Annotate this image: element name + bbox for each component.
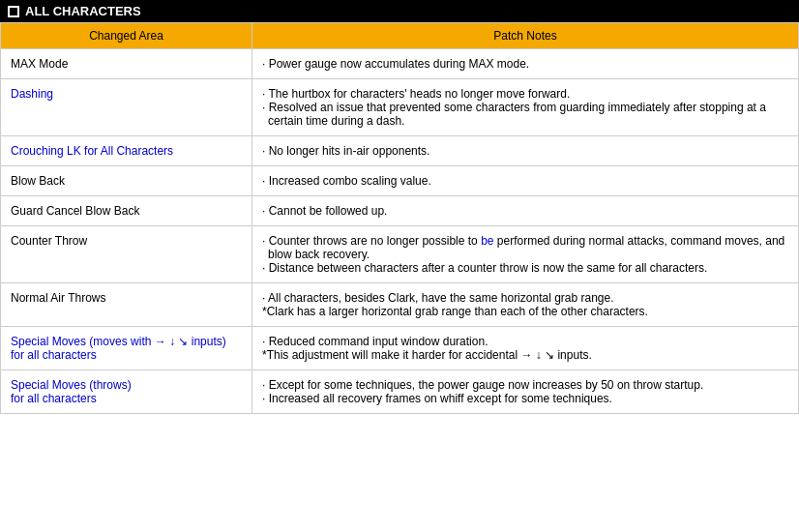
table-row: Special Moves (moves with → ↓ ↘ inputs)f… xyxy=(1,327,799,370)
table-row: Counter Throw· Counter throws are no lon… xyxy=(1,226,799,283)
col-changed-area: Changed Area xyxy=(1,23,252,49)
area-cell: MAX Mode xyxy=(1,49,252,79)
notes-cell: · All characters, besides Clark, have th… xyxy=(252,283,799,327)
area-cell: Normal Air Throws xyxy=(1,283,252,327)
notes-cell: · The hurtbox for characters' heads no l… xyxy=(252,79,799,136)
patch-notes-table: Changed Area Patch Notes MAX Mode· Power… xyxy=(0,22,799,414)
table-row: MAX Mode· Power gauge now accumulates du… xyxy=(1,49,799,79)
section-title: ALL CHARACTERS xyxy=(25,4,141,18)
area-cell: Blow Back xyxy=(1,166,252,196)
area-cell: Crouching LK for All Characters xyxy=(1,136,252,166)
table-header-row: Changed Area Patch Notes xyxy=(1,23,799,49)
table-row: Normal Air Throws· All characters, besid… xyxy=(1,283,799,327)
col-patch-notes: Patch Notes xyxy=(252,23,799,49)
notes-cell: · Reduced command input window duration.… xyxy=(252,327,799,370)
notes-cell: · Cannot be followed up. xyxy=(252,196,799,226)
section-icon xyxy=(8,6,19,17)
area-cell: Guard Cancel Blow Back xyxy=(1,196,252,226)
notes-cell: · Counter throws are no longer possible … xyxy=(252,226,799,283)
table-row: Special Moves (throws)for all characters… xyxy=(1,370,799,414)
notes-cell: · Power gauge now accumulates during MAX… xyxy=(252,49,799,79)
table-row: Blow Back· Increased combo scaling value… xyxy=(1,166,799,196)
notes-cell: · No longer hits in-air opponents. xyxy=(252,136,799,166)
notes-cell: · Except for some techniques, the power … xyxy=(252,370,799,414)
area-cell: Special Moves (throws)for all characters xyxy=(1,370,252,414)
area-cell: Counter Throw xyxy=(1,226,252,283)
section-header: ALL CHARACTERS xyxy=(0,0,799,22)
table-row: Crouching LK for All Characters· No long… xyxy=(1,136,799,166)
table-row: Dashing· The hurtbox for characters' hea… xyxy=(1,79,799,136)
table-row: Guard Cancel Blow Back· Cannot be follow… xyxy=(1,196,799,226)
area-cell: Special Moves (moves with → ↓ ↘ inputs)f… xyxy=(1,327,252,370)
area-cell: Dashing xyxy=(1,79,252,136)
notes-cell: · Increased combo scaling value. xyxy=(252,166,799,196)
